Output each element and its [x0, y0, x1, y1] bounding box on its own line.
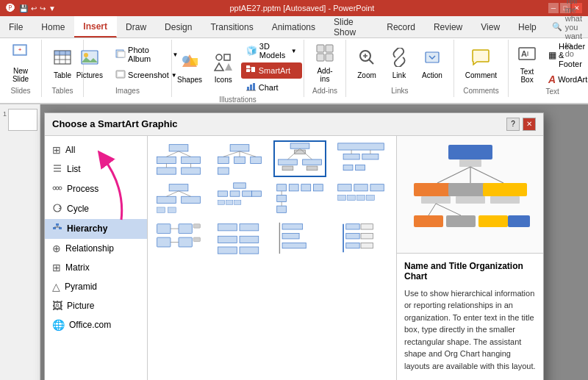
svg-point-50: [53, 187, 56, 190]
shapes-button[interactable]: Shapes: [173, 49, 205, 87]
category-hierarchy-label: Hierarchy: [67, 223, 107, 234]
svg-rect-100: [233, 182, 245, 187]
action-button[interactable]: Action: [417, 44, 448, 83]
svg-rect-146: [345, 243, 359, 248]
svg-rect-89: [343, 165, 353, 170]
category-relationship[interactable]: ⊕ Relationship: [45, 239, 147, 258]
header-footer-button[interactable]: ▦ Header& Footer: [543, 40, 588, 71]
chart-button[interactable]: Chart: [241, 79, 302, 96]
tab-view[interactable]: View: [472, 16, 509, 37]
addins-buttons: Add-ins: [310, 40, 340, 87]
wordart-button[interactable]: A WordArt: [543, 71, 588, 87]
category-matrix[interactable]: ⊞ Matrix: [45, 258, 147, 277]
category-officecom[interactable]: 🌐 Office.com: [45, 315, 147, 334]
pictures-icon: [80, 48, 99, 70]
ribbon-tabs: File Home Insert Draw Design Transitions…: [0, 16, 588, 38]
svg-rect-23: [246, 69, 250, 72]
dialog-close-button[interactable]: ✕: [523, 118, 536, 131]
ribbon-content: + NewSlide Slides Table Tables Pi: [0, 38, 588, 104]
link-button[interactable]: Link: [384, 44, 414, 83]
title-bar-left: 🅟 💾 ↩ ↪ ▼: [6, 3, 56, 13]
smartart-item-10[interactable]: [213, 220, 266, 257]
comment-button[interactable]: Comment: [460, 44, 502, 83]
category-process[interactable]: Process: [45, 179, 147, 199]
dialog-desc-text: Use to show hierarchical information or …: [404, 287, 536, 373]
tab-transitions[interactable]: Transitions: [201, 16, 262, 37]
smartart-item-1[interactable]: [152, 140, 205, 177]
smartart-item-7[interactable]: [273, 180, 326, 217]
smartart-item-3[interactable]: [273, 140, 326, 177]
icons-button[interactable]: Icons: [209, 49, 238, 87]
relationship-icon: ⊕: [52, 243, 61, 254]
photo-album-label: Photo Album: [128, 46, 170, 63]
addins-button[interactable]: Add-ins: [310, 40, 340, 87]
new-slide-button[interactable]: + NewSlide: [6, 40, 35, 87]
category-picture[interactable]: 🖼 Picture: [45, 296, 147, 315]
table-label: Table: [54, 71, 71, 79]
process-icon: [52, 183, 62, 196]
svg-rect-27: [247, 87, 249, 90]
category-cycle[interactable]: Cycle: [45, 199, 147, 219]
smartart-item-4[interactable]: [334, 140, 387, 177]
svg-rect-19: [224, 54, 230, 60]
tab-draw[interactable]: Draw: [117, 16, 156, 37]
pictures-label: Pictures: [76, 71, 103, 79]
title-bar: 🅟 💾 ↩ ↪ ▼ pptAE27.pptm [Autosaved] - Pow…: [0, 0, 588, 16]
smartart-item-5[interactable]: [152, 180, 205, 217]
tab-review[interactable]: Review: [425, 16, 472, 37]
smartart-item-2[interactable]: [213, 140, 266, 177]
ribbon-group-images: Pictures Photo Album ▼ Screenshot ▼: [84, 40, 172, 97]
tab-help[interactable]: Help: [509, 16, 546, 37]
pictures-button[interactable]: Pictures: [72, 44, 107, 83]
customize-icon[interactable]: ▼: [49, 4, 56, 12]
smartart-item-6[interactable]: [213, 180, 266, 217]
dialog-title: Choose a SmartArt Graphic: [52, 118, 178, 129]
smartart-button[interactable]: SmartArt: [241, 62, 302, 79]
smartart-label: SmartArt: [259, 66, 290, 75]
comments-group-label: Comments: [463, 87, 498, 97]
3d-models-button[interactable]: 🧊 3D Models ▼: [241, 40, 302, 62]
search-area: 🔍 Tell me what you want to do: [546, 16, 588, 37]
category-pyramid[interactable]: △ Pyramid: [45, 277, 147, 296]
category-all[interactable]: ⊞ All: [45, 140, 147, 159]
tab-animations[interactable]: Animations: [263, 16, 325, 37]
svg-rect-147: [361, 243, 373, 248]
officecom-icon: 🌐: [52, 319, 65, 331]
svg-line-75: [223, 151, 239, 156]
svg-rect-111: [313, 184, 323, 190]
tab-design[interactable]: Design: [156, 16, 201, 37]
category-hierarchy[interactable]: Hierarchy: [45, 219, 147, 239]
smartart-item-9[interactable]: [152, 220, 205, 257]
wordart-label: WordArt: [558, 75, 587, 84]
tab-slideshow[interactable]: Slide Show: [325, 16, 378, 37]
smartart-item-12[interactable]: [334, 220, 387, 257]
svg-rect-62: [157, 157, 176, 163]
category-picture-label: Picture: [67, 301, 94, 311]
textbox-button[interactable]: A TextBox: [512, 40, 542, 87]
tab-home[interactable]: Home: [32, 16, 74, 37]
screenshot-icon: [115, 69, 126, 81]
svg-rect-121: [356, 195, 365, 200]
dialog-help-button[interactable]: ?: [506, 118, 520, 131]
new-slide-icon: +: [11, 43, 30, 65]
svg-rect-101: [218, 190, 227, 196]
zoom-button[interactable]: Zoom: [352, 44, 381, 83]
svg-rect-56: [56, 223, 59, 226]
tab-insert[interactable]: Insert: [74, 16, 117, 37]
tab-record[interactable]: Record: [378, 16, 425, 37]
save-icon[interactable]: 💾: [19, 4, 28, 12]
minimize-button[interactable]: ─: [548, 3, 559, 13]
tab-file[interactable]: File: [0, 16, 32, 37]
category-list[interactable]: List: [45, 159, 147, 179]
illus-small-btns: 🧊 3D Models ▼ SmartArt Chart: [241, 40, 302, 96]
smartart-item-8[interactable]: [334, 180, 387, 217]
svg-rect-61: [169, 144, 188, 151]
comment-icon: [471, 48, 490, 70]
undo-icon[interactable]: ↩: [31, 4, 37, 12]
svg-rect-87: [343, 154, 359, 159]
link-icon: [390, 48, 409, 70]
new-slide-label: NewSlide: [12, 67, 29, 83]
redo-icon[interactable]: ↪: [40, 4, 46, 12]
svg-line-39: [397, 55, 401, 60]
smartart-item-11[interactable]: [273, 220, 326, 257]
